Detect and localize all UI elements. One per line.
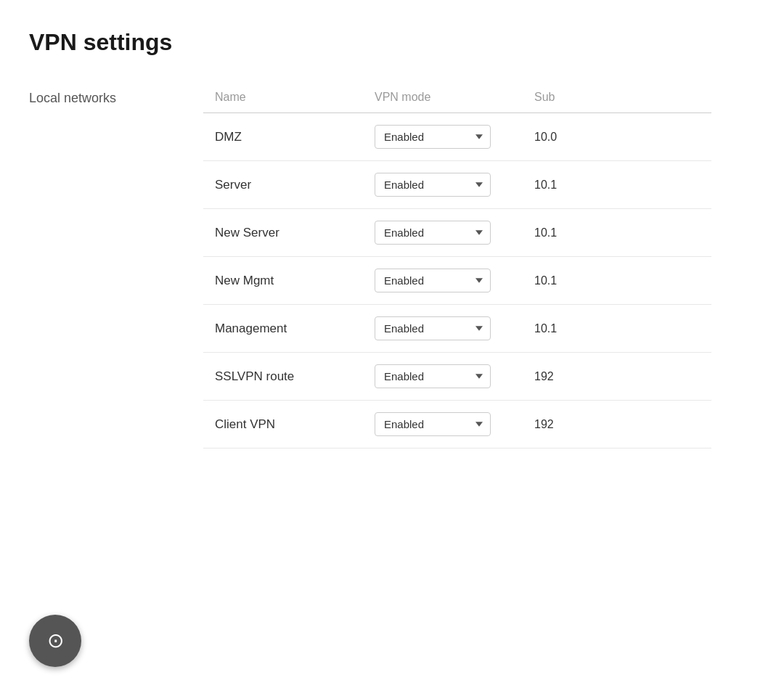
row-subnet-4: 10.1 <box>534 322 621 335</box>
row-vpn-mode-cell-2: EnabledDisabled <box>375 221 534 245</box>
row-subnet-6: 192 <box>534 418 621 431</box>
table-body: DMZEnabledDisabled10.0ServerEnabledDisab… <box>203 113 711 449</box>
row-subnet-2: 10.1 <box>534 226 621 239</box>
row-subnet-1: 10.1 <box>534 179 621 192</box>
table-header: Name VPN mode Sub <box>203 85 711 113</box>
row-vpn-mode-cell-1: EnabledDisabled <box>375 173 534 197</box>
vpn-mode-select-1[interactable]: EnabledDisabled <box>375 173 491 197</box>
vpn-mode-select-5[interactable]: EnabledDisabled <box>375 364 491 388</box>
local-networks-table: Name VPN mode Sub DMZEnabledDisabled10.0… <box>203 85 711 449</box>
table-row: Client VPNEnabledDisabled192 <box>203 401 711 449</box>
row-name-6: Client VPN <box>215 417 375 432</box>
row-vpn-mode-cell-4: EnabledDisabled <box>375 316 534 340</box>
row-name-2: New Server <box>215 226 375 240</box>
row-vpn-mode-cell-5: EnabledDisabled <box>375 364 534 388</box>
vpn-mode-select-0[interactable]: EnabledDisabled <box>375 125 491 149</box>
header-subnet: Sub <box>534 91 621 104</box>
row-name-4: Management <box>215 322 375 336</box>
header-name: Name <box>215 91 375 104</box>
vpn-mode-select-4[interactable]: EnabledDisabled <box>375 316 491 340</box>
row-name-0: DMZ <box>215 130 375 144</box>
table-row: New MgmtEnabledDisabled10.1 <box>203 257 711 305</box>
fab-screenshot-button[interactable]: ⊙ <box>29 615 81 667</box>
page-title: VPN settings <box>29 29 784 56</box>
table-row: DMZEnabledDisabled10.0 <box>203 113 711 161</box>
table-row: New ServerEnabledDisabled10.1 <box>203 209 711 257</box>
section-label-local-networks: Local networks <box>29 85 203 106</box>
row-subnet-3: 10.1 <box>534 274 621 287</box>
vpn-mode-select-2[interactable]: EnabledDisabled <box>375 221 491 245</box>
vpn-mode-select-3[interactable]: EnabledDisabled <box>375 269 491 292</box>
row-vpn-mode-cell-0: EnabledDisabled <box>375 125 534 149</box>
table-row: ServerEnabledDisabled10.1 <box>203 161 711 209</box>
screenshot-icon: ⊙ <box>47 631 64 651</box>
row-vpn-mode-cell-6: EnabledDisabled <box>375 412 534 436</box>
row-name-1: Server <box>215 178 375 192</box>
row-vpn-mode-cell-3: EnabledDisabled <box>375 269 534 292</box>
row-subnet-5: 192 <box>534 370 621 383</box>
content-area: Local networks Name VPN mode Sub DMZEnab… <box>29 85 784 449</box>
table-row: SSLVPN routeEnabledDisabled192 <box>203 353 711 401</box>
table-row: ManagementEnabledDisabled10.1 <box>203 305 711 353</box>
header-vpn-mode: VPN mode <box>375 91 534 104</box>
vpn-mode-select-6[interactable]: EnabledDisabled <box>375 412 491 436</box>
row-subnet-0: 10.0 <box>534 131 621 144</box>
row-name-5: SSLVPN route <box>215 369 375 384</box>
row-name-3: New Mgmt <box>215 274 375 288</box>
